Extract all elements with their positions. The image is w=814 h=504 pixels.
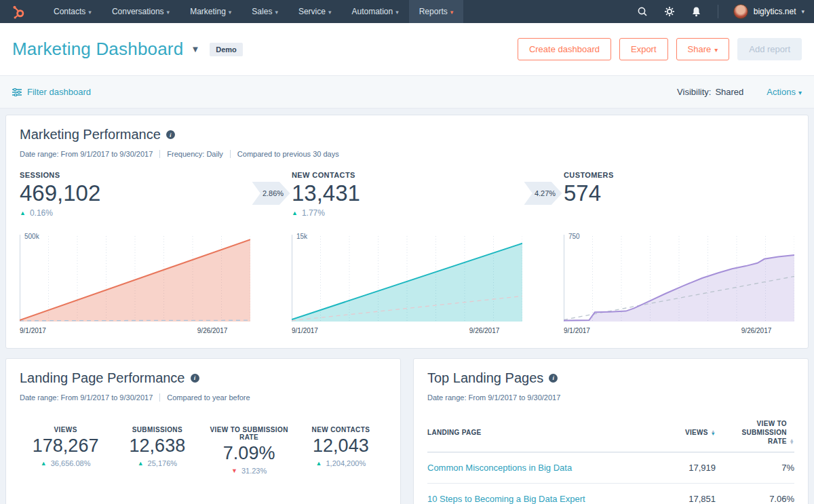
filter-bar: Filter dashboard Visibility:Shared Actio… xyxy=(0,75,814,109)
create-dashboard-button[interactable]: Create dashboard xyxy=(518,38,611,60)
meta-item: Date range: From 9/1/2017 to 9/30/2017 xyxy=(20,393,159,402)
sort-icon: ▲▼ xyxy=(711,430,716,435)
chevron-down-icon: ▾ xyxy=(328,9,332,16)
card-title: Top Landing Pages xyxy=(427,370,543,386)
metric-delta: ▲0.16% xyxy=(20,208,250,218)
search-icon[interactable] xyxy=(636,5,648,18)
card-meta: Date range: From 9/1/2017 to 9/30/2017Fr… xyxy=(20,150,794,158)
chevron-down-icon: ▾ xyxy=(88,9,92,16)
nav-item-service[interactable]: Service▾ xyxy=(288,0,342,23)
chart-y-axis-label: 500k xyxy=(24,233,39,240)
metric-delta: ▲36,656.08% xyxy=(20,459,111,467)
landing-page-cell: Common Misconceptions in Big Data xyxy=(427,452,641,483)
chevron-down-icon: ▾ xyxy=(450,9,454,16)
metric-label: VIEWS xyxy=(20,426,111,433)
actions-dropdown[interactable]: Actions▾ xyxy=(767,87,802,97)
meta-item: Frequency: Daily xyxy=(159,150,230,158)
landing-page-performance-card: Landing Page Performance i Date range: F… xyxy=(5,358,401,504)
meta-item: Date range: From 9/1/2017 to 9/30/2017 xyxy=(20,150,159,158)
chevron-down-icon: ▾ xyxy=(229,9,232,16)
metric-value: 469,102 xyxy=(20,180,250,206)
marketing-performance-card: Marketing Performance i Date range: From… xyxy=(5,115,809,349)
metric-submissions: SUBMISSIONS 12,638 ▲25,176% xyxy=(111,426,203,475)
filter-sliders-icon xyxy=(12,88,22,96)
metric-customers: CUSTOMERS 574 xyxy=(564,171,794,218)
landing-page-metrics-row: VIEWS 178,267 ▲36,656.08% SUBMISSIONS 12… xyxy=(20,426,387,475)
metric-value: 13,431 xyxy=(292,180,522,206)
chart-x-axis-labels: 9/1/20179/26/2017 xyxy=(20,327,250,336)
nav-menu: Contacts▾Conversations▾Marketing▾Sales▾S… xyxy=(43,0,463,23)
customers-trend-chart: 750 9/1/20179/26/2017 xyxy=(564,235,794,336)
funnel-metrics-row: SESSIONS 469,102 ▲0.16% 2.86% NEW CONTAC… xyxy=(20,171,794,218)
delta-arrow-icon: ▼ xyxy=(231,467,237,474)
chart-x-axis-labels: 9/1/20179/26/2017 xyxy=(564,327,794,336)
user-avatar xyxy=(733,4,748,19)
column-header-view-to-submission-rate[interactable]: View to Submission Rate▲▼ xyxy=(716,412,794,452)
info-icon[interactable]: i xyxy=(191,374,199,383)
visibility-status: Visibility:Shared xyxy=(677,87,743,97)
views-cell: 17,919 xyxy=(641,452,716,483)
conversion-rate-badge: 4.27% xyxy=(524,182,562,205)
meta-item: Compared to previous 30 days xyxy=(230,150,346,158)
metric-label: SESSIONS xyxy=(20,171,250,179)
add-report-button[interactable]: Add report xyxy=(737,38,802,60)
top-landing-pages-table: Landing page Views▲▼ View to Submission … xyxy=(427,412,794,504)
chart-x-axis-labels: 9/1/20179/26/2017 xyxy=(292,327,522,336)
meta-item: Date range: From 9/1/2017 to 9/30/2017 xyxy=(427,393,567,402)
top-landing-pages-card: Top Landing Pages i Date range: From 9/1… xyxy=(413,358,809,504)
metric-value: 178,267 xyxy=(20,435,111,457)
meta-item: Compared to year before xyxy=(159,393,256,402)
share-button[interactable]: Share▾ xyxy=(676,38,730,60)
nav-item-marketing[interactable]: Marketing▾ xyxy=(180,0,241,23)
metric-new-contacts: NEW CONTACTS 13,431 ▲1.77% xyxy=(292,171,522,218)
info-icon[interactable]: i xyxy=(166,130,175,139)
metric-value: 574 xyxy=(564,180,794,206)
metric-label: VIEW TO SUBMISSION RATE xyxy=(204,426,295,441)
metric-sessions: SESSIONS 469,102 ▲0.16% xyxy=(20,171,250,218)
account-menu[interactable]: biglytics.net ▾ xyxy=(733,4,805,19)
metric-delta: ▲1,204,200% xyxy=(295,459,387,467)
rate-cell: 7% xyxy=(716,452,794,483)
table-row: Common Misconceptions in Big Data 17,919… xyxy=(427,452,794,483)
delta-arrow-icon: ▲ xyxy=(138,460,144,467)
delta-arrow-icon: ▲ xyxy=(41,460,47,467)
chart-y-axis-label: 15k xyxy=(296,233,307,240)
chevron-down-icon: ▾ xyxy=(275,9,278,16)
settings-gear-icon[interactable] xyxy=(663,5,676,18)
notifications-bell-icon[interactable] xyxy=(691,5,703,18)
table-row: 10 Steps to Becoming a Big Data Expert 1… xyxy=(427,483,794,504)
views-cell: 17,851 xyxy=(641,483,716,504)
metric-value: 12,638 xyxy=(111,435,203,457)
landing-page-cell: 10 Steps to Becoming a Big Data Expert xyxy=(427,483,641,504)
nav-item-conversations[interactable]: Conversations▾ xyxy=(102,0,180,23)
metric-new-contacts: NEW CONTACTS 12,043 ▲1,204,200% xyxy=(295,426,387,475)
column-header-views[interactable]: Views▲▼ xyxy=(641,412,716,452)
nav-item-contacts[interactable]: Contacts▾ xyxy=(43,0,102,23)
metric-label: NEW CONTACTS xyxy=(295,426,387,433)
top-navigation: Contacts▾Conversations▾Marketing▾Sales▾S… xyxy=(0,0,814,23)
nav-item-sales[interactable]: Sales▾ xyxy=(241,0,288,23)
export-button[interactable]: Export xyxy=(619,38,668,60)
nav-item-automation[interactable]: Automation▾ xyxy=(341,0,408,23)
hubspot-sprocket-logo[interactable] xyxy=(9,3,27,20)
chevron-down-icon: ▾ xyxy=(167,9,170,16)
card-meta: Date range: From 9/1/2017 to 9/30/2017Co… xyxy=(20,393,387,402)
chevron-down-icon: ▾ xyxy=(801,8,805,15)
metric-view-to-submission-rate: VIEW TO SUBMISSION RATE 7.09% ▼31.23% xyxy=(204,426,295,475)
demo-badge: Demo xyxy=(210,43,243,56)
metric-delta: ▲25,176% xyxy=(111,459,203,467)
metric-value: 7.09% xyxy=(204,443,295,464)
metric-label: CUSTOMERS xyxy=(564,171,794,179)
landing-page-link[interactable]: 10 Steps to Becoming a Big Data Expert xyxy=(427,494,585,504)
info-icon[interactable]: i xyxy=(549,374,558,383)
metric-delta: ▲1.77% xyxy=(292,208,522,218)
rate-cell: 7.06% xyxy=(716,483,794,504)
filter-dashboard-link[interactable]: Filter dashboard xyxy=(12,87,91,97)
landing-page-link[interactable]: Common Misconceptions in Big Data xyxy=(427,463,572,473)
column-header-landing-page: Landing page xyxy=(427,412,641,452)
dashboard-switcher-caret-icon[interactable]: ▼ xyxy=(191,44,199,54)
trend-charts-row: 500k 9/1/20179/26/2017 15k 9/1/20179/26/… xyxy=(20,235,794,336)
metric-value: 12,043 xyxy=(295,435,387,457)
nav-item-reports[interactable]: Reports▾ xyxy=(409,0,464,23)
metric-views: VIEWS 178,267 ▲36,656.08% xyxy=(20,426,111,475)
